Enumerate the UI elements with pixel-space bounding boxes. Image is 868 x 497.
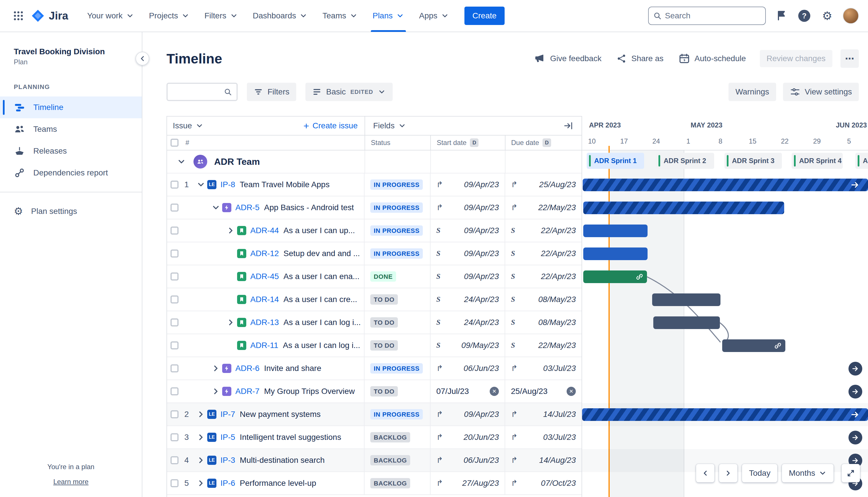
row-checkbox[interactable] — [171, 456, 178, 464]
gantt-bar-epic[interactable] — [583, 201, 784, 214]
sidebar-item-teams[interactable]: Teams — [0, 118, 142, 140]
due-date-cell[interactable]: ↱03/Jul/23 — [505, 426, 581, 449]
issue-key-link[interactable]: ADR-45 — [250, 272, 279, 281]
start-date-cell[interactable]: S09/May/23 — [430, 334, 505, 357]
bar-offscreen-right-marker[interactable] — [849, 362, 862, 375]
issue-row[interactable]: ADR-5 App Basics - Android test IN PROGR… — [167, 196, 581, 219]
create-button[interactable]: Create — [464, 6, 505, 25]
bar-offscreen-right-marker[interactable] — [849, 431, 862, 444]
issue-key-link[interactable]: ADR-7 — [235, 387, 260, 396]
expand-chevron-icon[interactable] — [209, 385, 222, 398]
row-checkbox[interactable] — [171, 203, 178, 212]
clear-date-icon[interactable]: ✕ — [490, 387, 499, 396]
flag-icon[interactable] — [774, 8, 789, 23]
start-date-cell[interactable]: 07/Jul/23✕ — [430, 380, 505, 402]
issue-key-link[interactable]: ADR-13 — [250, 318, 279, 327]
start-date-cell[interactable]: ↱09/Apr/23 — [430, 173, 505, 196]
sidebar-item-plan-settings[interactable]: ⚙ Plan settings — [0, 200, 142, 222]
issue-search-box[interactable] — [167, 83, 238, 101]
due-date-cell[interactable]: ↱07/Oct/23 — [505, 472, 581, 494]
start-date-cell[interactable]: S09/Apr/23 — [430, 219, 505, 242]
settings-gear-icon[interactable]: ⚙ — [820, 8, 835, 23]
global-search-input[interactable] — [665, 11, 761, 20]
row-checkbox[interactable] — [171, 341, 178, 350]
gantt-timeline-pane[interactable]: APR 2023 MAY 2023 JUN 2023 10 17 24 1 8 … — [582, 116, 868, 497]
sprint-chip[interactable]: AD — [855, 153, 868, 169]
due-date-cell[interactable]: ↱14/Jul/23 — [505, 403, 581, 426]
expand-chevron-icon[interactable] — [194, 454, 207, 467]
start-date-cell[interactable]: S24/Apr/23 — [430, 311, 505, 333]
issue-row[interactable]: ADR-13 As a user I can log i... TO DO S2… — [167, 311, 581, 334]
expand-chevron-icon[interactable] — [194, 431, 207, 444]
nav-item-your-work[interactable]: Your work — [80, 0, 142, 32]
due-date-cell[interactable]: ↱14/Aug/23 — [505, 449, 581, 471]
sidebar-collapse-button[interactable] — [135, 52, 149, 66]
issue-key-link[interactable]: ADR-11 — [250, 341, 278, 350]
issue-key-link[interactable]: ADR-6 — [235, 364, 260, 373]
row-checkbox[interactable] — [171, 227, 178, 235]
row-checkbox[interactable] — [171, 272, 178, 281]
row-checkbox[interactable] — [171, 387, 178, 395]
issue-key-link[interactable]: IP-3 — [220, 456, 235, 465]
nav-item-dashboards[interactable]: Dashboards — [245, 0, 315, 32]
issue-header-dropdown[interactable]: Issue — [173, 121, 203, 130]
row-checkbox[interactable] — [171, 181, 178, 189]
row-checkbox[interactable] — [171, 318, 178, 326]
due-date-cell[interactable]: S08/May/23 — [505, 311, 581, 333]
sidebar-item-releases[interactable]: Releases — [0, 140, 142, 162]
nav-item-projects[interactable]: Projects — [142, 0, 197, 32]
select-all-checkbox[interactable] — [171, 139, 178, 147]
expand-chevron-icon[interactable] — [209, 362, 222, 375]
issue-row[interactable]: ADR-7 My Group Trips Overview TO DO 07/J… — [167, 380, 581, 403]
due-date-cell[interactable]: ↱25/Aug/23 — [505, 173, 581, 196]
bar-offscreen-right-marker[interactable] — [849, 385, 862, 398]
collapse-chevron-icon[interactable] — [209, 201, 222, 214]
due-date-cell[interactable]: S22/Apr/23 — [505, 265, 581, 288]
fullscreen-button[interactable] — [842, 464, 860, 482]
issue-key-link[interactable]: IP-7 — [220, 410, 235, 419]
gantt-bar[interactable] — [722, 339, 785, 352]
global-search[interactable] — [648, 6, 766, 25]
due-date-cell[interactable]: 25/Aug/23✕ — [505, 380, 581, 402]
view-mode-button[interactable]: Basic EDITED — [305, 83, 393, 101]
issue-row[interactable]: 2 LE IP-7 New payment systems IN PROGRES… — [167, 403, 581, 426]
clear-date-icon[interactable]: ✕ — [567, 387, 576, 396]
expand-chevron-icon[interactable] — [194, 477, 207, 489]
issue-key-link[interactable]: ADR-12 — [250, 249, 279, 258]
issue-row[interactable]: ADR-45 As a user I can ena... DONE S09/A… — [167, 265, 581, 288]
expand-chevron-icon[interactable] — [225, 224, 237, 237]
nav-item-teams[interactable]: Teams — [315, 0, 365, 32]
issue-row[interactable]: 1 LE IP-8 Team Travel Mobile Apps IN PRO… — [167, 173, 581, 196]
today-button[interactable]: Today — [742, 464, 777, 482]
gantt-bar-rollup[interactable] — [582, 408, 868, 421]
issue-search-input[interactable] — [172, 87, 224, 97]
filters-button[interactable]: Filters — [247, 83, 296, 101]
collapse-chevron-icon[interactable] — [194, 178, 207, 191]
issue-key-link[interactable]: ADR-5 — [235, 203, 260, 212]
auto-schedule-button[interactable]: Auto-schedule — [673, 49, 752, 68]
nav-item-filters[interactable]: Filters — [197, 0, 245, 32]
issue-row[interactable]: ADR-12 Setup dev and and ... IN PROGRESS… — [167, 242, 581, 265]
issue-key-link[interactable]: ADR-44 — [250, 226, 279, 235]
more-actions-button[interactable]: ⋯ — [840, 49, 859, 68]
gantt-bar[interactable] — [583, 225, 648, 237]
give-feedback-button[interactable]: Give feedback — [528, 49, 607, 68]
due-date-cell[interactable]: S08/May/23 — [505, 288, 581, 311]
issue-key-link[interactable]: ADR-14 — [250, 295, 279, 304]
start-date-cell[interactable]: S09/Apr/23 — [430, 242, 505, 265]
help-icon[interactable]: ? — [797, 8, 812, 23]
start-date-cell[interactable]: ↱09/Apr/23 — [430, 403, 505, 426]
start-date-cell[interactable]: ↱09/Apr/23 — [430, 196, 505, 219]
due-date-cell[interactable]: ↱03/Jul/23 — [505, 357, 581, 380]
start-date-cell[interactable]: S24/Apr/23 — [430, 288, 505, 311]
issue-key-link[interactable]: IP-8 — [220, 180, 235, 189]
issue-row[interactable]: ADR-6 Invite and share IN PROGRESS ↱06/J… — [167, 357, 581, 380]
sprint-chip[interactable]: ADR Sprint 3 — [724, 153, 782, 169]
gantt-bar[interactable] — [652, 294, 721, 306]
issue-row[interactable]: 5 LE IP-6 Performance level-up BACKLOG ↱… — [167, 472, 581, 495]
app-switcher-icon[interactable] — [9, 6, 28, 25]
sidebar-item-timeline[interactable]: Timeline — [0, 97, 142, 118]
zoom-level-dropdown[interactable]: Months — [782, 464, 834, 482]
issue-row[interactable]: ADR-11 As a user I can log i... TO DO S0… — [167, 334, 581, 357]
sprint-chip[interactable]: ADR Sprint 2 — [656, 153, 714, 169]
